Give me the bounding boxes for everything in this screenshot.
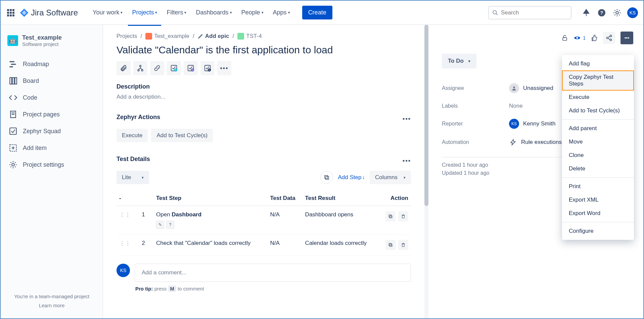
comment-input[interactable]: Add a comment... bbox=[135, 264, 411, 282]
code-icon bbox=[9, 93, 17, 102]
sidebar-board[interactable]: Board bbox=[4, 72, 99, 89]
attach-button[interactable] bbox=[117, 61, 131, 75]
menu-item-copy-zephyr-test-steps[interactable]: Copy Zephyr Test Steps bbox=[562, 70, 634, 91]
share-button[interactable] bbox=[603, 32, 615, 44]
create-button[interactable]: Create bbox=[302, 6, 332, 19]
sidebar: 🤖 Test_example Software project Roadmap … bbox=[1, 25, 103, 318]
product-name: Jira Software bbox=[31, 8, 78, 17]
link-issue-button[interactable] bbox=[150, 61, 164, 75]
unassigned-avatar-icon bbox=[509, 83, 519, 93]
watchers-button[interactable]: 1 bbox=[573, 34, 586, 42]
pro-tip: Pro tip: press M to comment bbox=[135, 286, 411, 291]
add-child-button[interactable] bbox=[133, 61, 147, 75]
menu-item-move[interactable]: Move bbox=[562, 135, 634, 149]
clone-step-button[interactable] bbox=[385, 240, 396, 250]
menu-item-add-to-test-cycle-s-[interactable]: Add to Test Cycle(s) bbox=[562, 104, 634, 117]
svg-rect-7 bbox=[9, 66, 13, 67]
step-text[interactable]: Check that "Calendar" loads correctly bbox=[153, 234, 267, 256]
nav-your-work[interactable]: Your work▾ bbox=[89, 6, 127, 19]
menu-item-execute[interactable]: Execute bbox=[562, 91, 634, 104]
step-text[interactable]: Open Dashboard✎? bbox=[153, 206, 267, 234]
menu-item-add-parent[interactable]: Add parent bbox=[562, 122, 634, 135]
zephyr-action-a-button[interactable]: A bbox=[167, 61, 181, 75]
zephyr-icon bbox=[9, 127, 17, 136]
settings-icon[interactable] bbox=[612, 7, 623, 18]
breadcrumb-add-epic[interactable]: Add epic bbox=[198, 33, 229, 40]
menu-item-configure[interactable]: Configure bbox=[562, 224, 634, 238]
breadcrumb-project[interactable]: Test_example bbox=[145, 33, 189, 40]
breadcrumb-issue-key[interactable]: TST-4 bbox=[237, 33, 262, 40]
menu-item-add-flag[interactable]: Add flag bbox=[562, 57, 634, 70]
menu-item-delete[interactable]: Delete bbox=[562, 162, 634, 175]
svg-text:?: ? bbox=[600, 10, 603, 15]
sidebar-footer-learn-more[interactable]: Learn more bbox=[7, 303, 96, 308]
chevron-down-icon: ▾ bbox=[121, 10, 123, 15]
search-input[interactable] bbox=[501, 9, 567, 16]
notifications-icon[interactable] bbox=[581, 7, 592, 18]
user-avatar[interactable]: KS bbox=[627, 7, 638, 18]
labels-value[interactable]: None bbox=[509, 103, 523, 109]
app-switcher-icon[interactable] bbox=[6, 8, 15, 17]
step-data[interactable]: N/A bbox=[267, 234, 302, 256]
col-header-data: Test Data bbox=[267, 191, 302, 206]
sidebar-roadmap[interactable]: Roadmap bbox=[4, 56, 99, 72]
nav-dashboards[interactable]: Dashboards▾ bbox=[192, 6, 236, 19]
svg-rect-30 bbox=[325, 175, 328, 178]
more-actions-button[interactable]: ••• bbox=[217, 61, 231, 75]
svg-point-0 bbox=[493, 10, 496, 14]
menu-item-export-word[interactable]: Export Word bbox=[562, 207, 634, 220]
help-icon[interactable]: ? bbox=[596, 7, 607, 18]
nav-people[interactable]: People▾ bbox=[237, 6, 268, 19]
sidebar-add-item[interactable]: Add item bbox=[4, 140, 99, 156]
like-button[interactable] bbox=[591, 35, 598, 41]
lock-button[interactable] bbox=[561, 35, 568, 41]
sidebar-zephyr-squad[interactable]: Zephyr Squad bbox=[4, 123, 99, 140]
zephyr-execute-button[interactable]: Execute bbox=[117, 129, 148, 142]
step-data[interactable]: N/A bbox=[267, 206, 302, 234]
sidebar-code[interactable]: Code bbox=[4, 89, 99, 106]
status-select[interactable]: To Do▾ bbox=[442, 54, 476, 68]
zephyr-add-to-cycle-button[interactable]: Add to Test Cycle(s) bbox=[151, 129, 213, 142]
zephyr-more-button[interactable]: ••• bbox=[403, 115, 411, 122]
issue-more-menu-button[interactable]: ••• bbox=[620, 32, 633, 44]
menu-item-clone[interactable]: Clone bbox=[562, 149, 634, 162]
zephyr-action-d-button[interactable]: D bbox=[184, 61, 198, 75]
search-icon bbox=[492, 9, 498, 16]
sidebar-project-settings[interactable]: Project settings bbox=[4, 156, 99, 173]
search-box[interactable] bbox=[488, 6, 571, 19]
menu-item-export-xml[interactable]: Export XML bbox=[562, 193, 634, 207]
drag-handle-icon[interactable]: ⋮⋮ bbox=[119, 212, 131, 218]
project-header[interactable]: 🤖 Test_example Software project bbox=[4, 32, 99, 50]
columns-select[interactable]: Columns▾ bbox=[370, 171, 411, 184]
nav-projects[interactable]: Projects▾ bbox=[128, 6, 161, 19]
zephyr-action-e-button[interactable]: E bbox=[200, 61, 215, 75]
delete-step-button[interactable] bbox=[398, 240, 408, 250]
reporter-value[interactable]: KSKenny Smith bbox=[509, 119, 555, 129]
scrollbar[interactable] bbox=[424, 25, 428, 318]
automation-value[interactable]: Rule executions bbox=[509, 138, 562, 146]
step-help-icon[interactable]: ? bbox=[166, 221, 174, 229]
sidebar-project-pages[interactable]: Project pages bbox=[4, 106, 99, 123]
svg-point-16 bbox=[12, 163, 14, 166]
svg-rect-35 bbox=[563, 38, 567, 40]
copy-steps-button[interactable] bbox=[320, 171, 333, 184]
issue-title[interactable]: Validate "Calendar" is the first applica… bbox=[117, 44, 411, 56]
assignee-value[interactable]: Unassigned bbox=[509, 83, 553, 93]
menu-item-print[interactable]: Print bbox=[562, 180, 634, 193]
svg-rect-34 bbox=[389, 243, 391, 246]
issue-type-icon bbox=[237, 33, 244, 40]
delete-step-button[interactable] bbox=[398, 211, 408, 221]
breadcrumb-projects[interactable]: Projects bbox=[117, 33, 137, 40]
test-details-more-button[interactable]: ••• bbox=[403, 157, 411, 164]
add-step-button[interactable]: Add Step↓ bbox=[338, 174, 365, 181]
nav-filters[interactable]: Filters▾ bbox=[163, 6, 190, 19]
view-mode-select[interactable]: Lite▾ bbox=[117, 171, 149, 184]
nav-apps[interactable]: Apps▾ bbox=[269, 6, 294, 19]
step-result[interactable]: Dashbboard opens bbox=[303, 206, 379, 234]
drag-handle-icon[interactable]: ⋮⋮ bbox=[119, 240, 131, 247]
edit-step-icon[interactable]: ✎ bbox=[156, 221, 164, 229]
product-logo[interactable]: Jira Software bbox=[19, 8, 78, 17]
description-field[interactable]: Add a description... bbox=[117, 94, 411, 100]
clone-step-button[interactable] bbox=[385, 211, 396, 221]
step-result[interactable]: Calendar loads correctly bbox=[303, 234, 379, 256]
